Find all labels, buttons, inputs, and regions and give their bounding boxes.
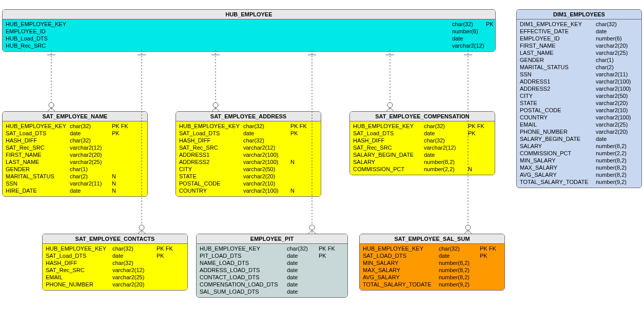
employee-pit-table: EMPLOYEE_PIT HUB_EMPLOYEE_KEYchar(32)PK … <box>196 234 348 298</box>
column-type: varchar2(12) <box>112 266 154 274</box>
dim-title: DIM1_EMPLOYEES <box>517 10 641 19</box>
column-name: SAT_Load_DTS <box>353 130 424 137</box>
column-key <box>288 180 290 187</box>
column-type: number(8,2) <box>439 274 478 281</box>
column-type: varchar2(100) <box>596 85 638 92</box>
column-name: HUB_EMPLOYEE_KEY <box>6 122 70 130</box>
column-type: varchar2(100) <box>596 114 638 121</box>
svg-line-23 <box>308 230 312 234</box>
column-type: char(2) <box>596 64 638 71</box>
column-type: varchar2(100) <box>243 187 288 194</box>
column-name: HUB_EMPLOYEE_KEY <box>179 122 243 130</box>
svg-line-3 <box>48 108 51 111</box>
column-type: varchar2(20) <box>596 128 638 135</box>
table-row: DIM1_EMPLOYEE_KEYchar(32) <box>520 20 638 28</box>
column-name: COUNTRY <box>179 187 243 194</box>
column-type: number(8,2) <box>596 157 638 164</box>
table-row: EMPLOYEE_IDnumber(6) <box>6 28 492 35</box>
sat-employee-compensation-table: SAT_EMPLOYEE_COMPENSATION HUB_EMPLOYEE_K… <box>349 111 495 175</box>
column-type: char(32) <box>424 137 466 144</box>
column-type: char(32) <box>70 122 110 130</box>
column-key: PK FK <box>288 122 307 130</box>
table-row: MIN_SALARYnumber(8,2) <box>363 259 501 266</box>
column-name: STATE <box>179 173 243 180</box>
column-type: date <box>287 288 317 295</box>
svg-point-27 <box>465 225 471 230</box>
table-row: HIRE_DATEdateN <box>6 187 144 194</box>
table-row: SALARYnumber(8,2) <box>520 142 638 150</box>
column-type: varchar2(100) <box>243 158 288 166</box>
column-type: varchar2(100) <box>596 78 638 85</box>
column-type: number(8,2) <box>596 142 638 150</box>
column-name: SAT_Load_DTS <box>46 252 112 259</box>
column-type: varchar2(20) <box>112 281 154 288</box>
table-row: PIT_LOAD_DTSdatePK <box>200 252 344 259</box>
column-type: varchar2(25) <box>596 121 638 128</box>
column-key <box>317 274 319 281</box>
table-row: ADDRESS_LOAD_DTSdate <box>200 266 344 274</box>
column-key <box>638 64 640 71</box>
table-row: HUB_EMPLOYEE_KEYchar(32)PK FK <box>363 245 501 252</box>
column-key: PK <box>288 130 298 137</box>
table-row: ADDRESS1varchar2(100) <box>179 151 318 158</box>
table-row: SAT_Load_DTSdatePK <box>179 130 318 137</box>
table-row: SAT_Load_DTSdatePK <box>353 130 492 137</box>
column-key: N <box>466 166 472 173</box>
column-key <box>288 137 290 144</box>
column-key <box>484 35 486 42</box>
table-row: COMMISSION_PCTnumber(2,2)N <box>353 166 492 173</box>
column-key <box>638 28 640 35</box>
column-key <box>638 150 640 157</box>
dim-body: DIM1_EMPLOYEE_KEYchar(32)EFFECTIVE_DATEd… <box>517 19 641 188</box>
table-row: HASH_DIFFchar(32) <box>6 137 144 144</box>
column-key <box>288 144 290 151</box>
table-row: MARITAL_STATUSchar(2)N <box>6 173 144 180</box>
column-name: SAT_Load_DTS <box>6 130 70 137</box>
table-row: ADDRESS2varchar2(100) <box>520 85 638 92</box>
column-type: varchar2(25) <box>596 49 638 56</box>
table-row: CITYvarchar2(50) <box>179 166 318 173</box>
column-type: date <box>287 252 317 259</box>
column-key <box>466 144 468 151</box>
column-name: HUB_EMPLOYEE_KEY <box>353 122 424 130</box>
table-row: SSNvarchar2(11)N <box>6 180 144 187</box>
sat-name-body: HUB_EMPLOYEE_KEYchar(32)PK FKSAT_Load_DT… <box>3 121 147 196</box>
column-key: PK <box>154 252 164 259</box>
column-name: FIRST_NAME <box>6 151 70 158</box>
table-row: HUB_Rec_SRCvarchar2(12) <box>6 42 492 49</box>
table-row: SAT_Rec_SRCvarchar2(12) <box>6 144 144 151</box>
column-name: POSTAL_CODE <box>520 107 596 114</box>
table-row: TOTAL_SALARY_TODATEnumber(9,2) <box>520 178 638 186</box>
column-type: varchar2(100) <box>243 151 288 158</box>
table-row: MAX_SALARYnumber(8,2) <box>520 164 638 171</box>
column-key <box>288 173 290 180</box>
column-key: N <box>110 173 116 180</box>
column-type: date <box>596 28 638 35</box>
column-key <box>484 28 486 35</box>
column-name: HUB_EMPLOYEE_KEY <box>46 245 112 252</box>
column-name: SSN <box>520 71 596 78</box>
column-key <box>466 137 468 144</box>
column-name: ADDRESS2 <box>179 158 243 166</box>
column-type: char(32) <box>243 137 288 144</box>
column-key: N <box>288 158 295 166</box>
table-row: HUB_EMPLOYEE_KEYchar(32)PK FK <box>46 245 184 252</box>
column-key <box>638 92 640 99</box>
table-row: SALARY_BEGIN_DATEdate <box>353 151 492 158</box>
table-row: SAT_LOAD_DTSdatePK <box>363 252 501 259</box>
table-row: FIRST_NAMEvarchar2(20) <box>6 151 144 158</box>
table-row: EMAILvarchar2(25) <box>46 274 184 281</box>
column-name: CONTACT_LOAD_DTS <box>200 274 287 281</box>
table-row: FIRST_NAMEvarchar2(20) <box>520 42 638 49</box>
table-row: EFFECTIVE_DATEdate <box>520 28 638 35</box>
sat-address-title: SAT_EMPLOYEE_ADDRESS <box>176 112 321 121</box>
table-row: STATEvarchar2(20) <box>520 99 638 107</box>
column-key <box>638 107 640 114</box>
table-row: HUB_EMPLOYEE_KEYchar(32)PK FK <box>200 245 344 252</box>
column-key: PK <box>484 20 494 28</box>
column-key <box>638 71 640 78</box>
column-name: SALARY_BEGIN_DATE <box>520 135 596 142</box>
column-type: char(32) <box>70 137 110 144</box>
svg-line-19 <box>142 230 145 234</box>
table-row: MARITAL_STATUSchar(2) <box>520 64 638 71</box>
